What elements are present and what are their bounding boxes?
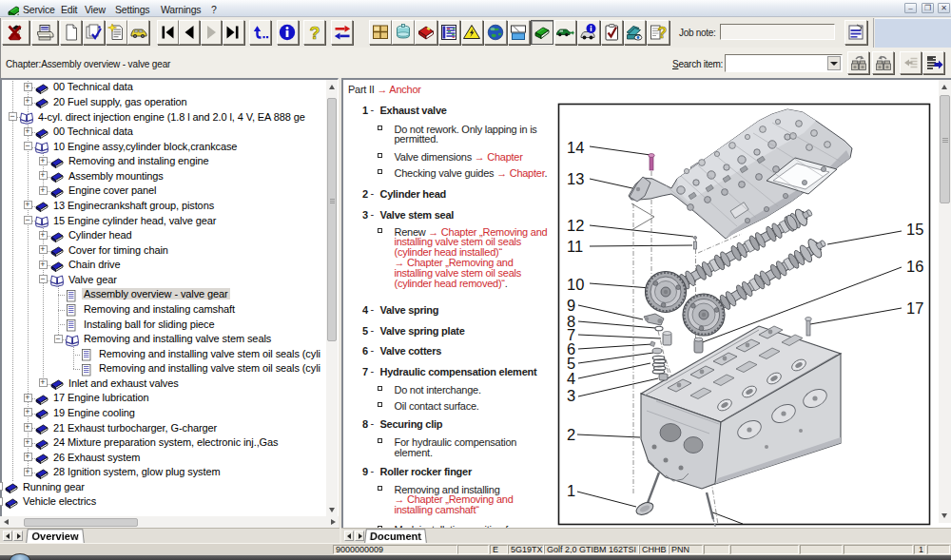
svg-text:13: 13: [567, 170, 584, 187]
svg-text:9: 9: [567, 297, 575, 314]
svg-text:12: 12: [567, 217, 584, 234]
svg-text:4: 4: [567, 370, 575, 387]
svg-text:?: ?: [309, 24, 320, 43]
svg-text:11: 11: [567, 238, 583, 255]
svg-text:14: 14: [567, 139, 584, 156]
svg-text:?: ?: [658, 25, 668, 41]
svg-text:15: 15: [906, 221, 923, 238]
svg-text:10: 10: [567, 276, 584, 293]
svg-text:3: 3: [567, 387, 575, 404]
svg-text:2: 2: [567, 426, 575, 443]
svg-text:16: 16: [906, 258, 923, 275]
svg-text:17: 17: [906, 299, 923, 317]
svg-text:1: 1: [567, 482, 575, 499]
